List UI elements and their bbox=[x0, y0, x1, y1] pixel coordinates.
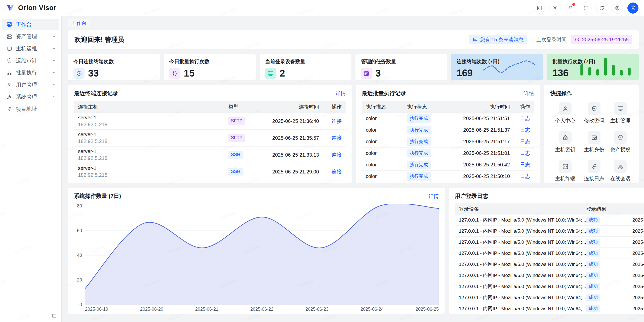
connect-link[interactable]: 连接 bbox=[332, 169, 342, 174]
chevron-down-icon bbox=[52, 58, 56, 63]
login-device: 127.0.0.1 - 内网IP - Mozilla/5.0 (Windows … bbox=[459, 283, 586, 290]
batch-records-panel: 最近批量执行记录 详情 执行描述 执行状态 执行时间 操作 color 执行完成… bbox=[356, 85, 540, 183]
collapse-sidebar-icon[interactable] bbox=[52, 313, 57, 318]
unread-messages-chip[interactable]: 您有 15 条未读消息 bbox=[469, 35, 527, 44]
login-time: 2025-03-21 23:53:43 bbox=[616, 306, 644, 311]
col-device: 登录设备 bbox=[459, 206, 586, 212]
notifications-bell-icon[interactable] bbox=[565, 3, 576, 14]
table-row: color 执行完成 2025-06-25 21:51:51 日志 bbox=[362, 113, 534, 124]
log-link[interactable]: 日志 bbox=[520, 162, 530, 167]
chevron-down-icon bbox=[52, 70, 56, 75]
x-tick: 2025-06-22 bbox=[250, 307, 273, 312]
quick-action-label: 个人中心 bbox=[555, 117, 575, 124]
theme-brightness-icon[interactable] bbox=[549, 3, 560, 14]
user-icon bbox=[7, 82, 12, 88]
table-row: server-1182.92.5.218 SFTP 2025-06-25 21:… bbox=[74, 130, 346, 147]
batch-sparkbars bbox=[578, 56, 633, 77]
login-device: 127.0.0.1 - 内网IP - Mozilla/5.0 (Windows … bbox=[459, 272, 586, 279]
header-actions: 管 bbox=[534, 3, 638, 14]
code-square-icon[interactable] bbox=[534, 3, 545, 14]
fullscreen-icon[interactable] bbox=[581, 3, 592, 14]
table-row: color 执行完成 2025-06-25 21:51:01 日志 bbox=[362, 148, 534, 159]
sidebar-item-project-link[interactable]: 项目地址 bbox=[2, 103, 59, 115]
audit-shield-icon bbox=[7, 58, 12, 64]
type-badge: SFTP bbox=[228, 134, 245, 141]
link-icon bbox=[588, 160, 600, 173]
sidebar-item-user-mgmt[interactable]: 用户管理 bbox=[2, 79, 59, 91]
col-status: 执行状态 bbox=[407, 103, 447, 110]
last-login-time-chip: 2025-06-25 19:26:55 bbox=[571, 35, 632, 44]
sidebar-item-label: 项目地址 bbox=[16, 105, 56, 113]
login-device: 127.0.0.1 - 内网IP - Mozilla/5.0 (Windows … bbox=[459, 294, 586, 301]
table-row: 127.0.0.1 - 内网IP - Mozilla/5.0 (Windows … bbox=[455, 270, 644, 281]
quick-action-host-identity[interactable]: 主机身份 bbox=[584, 131, 604, 153]
quick-action-label: 主机终端 bbox=[555, 175, 575, 182]
settings-gear-icon[interactable] bbox=[612, 3, 623, 14]
x-tick: 2025-06-20 bbox=[140, 307, 163, 312]
log-link[interactable]: 日志 bbox=[520, 173, 530, 179]
sidebar-item-workbench[interactable]: 工作台 bbox=[2, 19, 59, 30]
refresh-icon[interactable] bbox=[596, 3, 607, 14]
batch-table: 执行描述 执行状态 执行时间 操作 color 执行完成 2025-06-25 … bbox=[362, 101, 534, 182]
quick-action-connect-log[interactable]: 连接日志 bbox=[584, 160, 604, 182]
type-badge: SFTP bbox=[228, 117, 245, 125]
connect-link[interactable]: 连接 bbox=[332, 118, 342, 124]
host-name: server-1 bbox=[78, 165, 228, 172]
exec-desc: color bbox=[366, 139, 407, 145]
log-link[interactable]: 日志 bbox=[520, 150, 530, 156]
exec-desc: color bbox=[366, 173, 407, 179]
connect-link[interactable]: 连接 bbox=[332, 135, 342, 141]
table-row: server-1182.92.5.218 SFTP 2025-06-25 21:… bbox=[74, 113, 346, 130]
id-card-icon bbox=[588, 131, 600, 144]
wrench-icon bbox=[7, 94, 12, 100]
sidebar-item-assets[interactable]: 资产管理 bbox=[2, 31, 59, 42]
host-name: server-1 bbox=[78, 148, 228, 155]
sidebar-item-batch-exec[interactable]: 批量执行 bbox=[2, 67, 59, 79]
log-link[interactable]: 日志 bbox=[520, 116, 530, 121]
terminal-table: 连接主机 类型 连接时间 操作 server-1182.92.5.218 SFT… bbox=[74, 101, 346, 180]
terminal-detail-link[interactable]: 详情 bbox=[336, 90, 346, 97]
orion-visor-logo-icon bbox=[6, 3, 15, 13]
log-link[interactable]: 日志 bbox=[520, 139, 530, 144]
avatar[interactable]: 管 bbox=[627, 3, 638, 14]
ops-chart-panel: 系统操作数量 (7日) 详情 020406080 2025-06-19 2025… bbox=[68, 188, 445, 314]
quick-action-asset-auth[interactable]: 资产授权 bbox=[610, 131, 630, 153]
quick-action-host-keys[interactable]: 主机密钥 bbox=[555, 131, 575, 153]
login-time: 2025-06-25 19:26:55 bbox=[616, 217, 644, 223]
quick-action-label: 主机密钥 bbox=[555, 146, 575, 153]
panel-title: 系统操作数量 (7日) bbox=[74, 192, 121, 200]
sidebar-item-label: 用户管理 bbox=[16, 81, 52, 88]
top-header: Orion Visor 管 bbox=[0, 0, 644, 16]
sidebar-item-host-ops[interactable]: 主机运维 bbox=[2, 43, 59, 54]
table-row: 127.0.0.1 - 内网IP - Mozilla/5.0 (Windows … bbox=[455, 237, 644, 248]
login-logs-panel: 用户登录日志 详情 登录设备 登录结果 登录时间 127.0.0.1 - 内网I… bbox=[449, 188, 644, 314]
x-tick: 2025-06-24 bbox=[360, 307, 384, 312]
breadcrumb[interactable]: 工作台 bbox=[68, 19, 90, 27]
table-row: server-1182.92.5.218 SSH 2025-06-25 21:3… bbox=[74, 147, 346, 163]
table-header: 执行描述 执行状态 执行时间 操作 bbox=[362, 101, 534, 113]
connect-link[interactable]: 连接 bbox=[332, 152, 342, 158]
status-badge: 执行完成 bbox=[407, 161, 431, 169]
quick-action-online-sessions[interactable]: 在线会话 bbox=[610, 160, 630, 182]
login-device: 127.0.0.1 - 内网IP - Mozilla/5.0 (Windows … bbox=[459, 261, 586, 268]
quick-action-change-password[interactable]: 修改密码 bbox=[584, 102, 604, 124]
batch-detail-link[interactable]: 详情 bbox=[524, 90, 534, 97]
quick-action-host-mgmt[interactable]: 主机管理 bbox=[610, 102, 630, 124]
unread-messages-text: 您有 15 条未读消息 bbox=[480, 36, 524, 43]
chevron-down-icon bbox=[52, 95, 56, 99]
log-link[interactable]: 日志 bbox=[520, 127, 530, 133]
table-header: 登录设备 登录结果 登录时间 bbox=[455, 203, 644, 214]
result-badge: 成功 bbox=[586, 283, 600, 290]
quick-action-label: 主机身份 bbox=[584, 146, 604, 153]
sidebar-item-audit[interactable]: 运维审计 bbox=[2, 55, 59, 66]
login-time: 2025-04-03 01:36:58 bbox=[616, 262, 644, 267]
quick-action-host-terminal[interactable]: 主机终端 bbox=[555, 160, 575, 182]
batch-cluster-icon bbox=[7, 70, 12, 76]
sidebar-item-system-mgmt[interactable]: 系统管理 bbox=[2, 91, 59, 103]
task-calendar-icon bbox=[361, 68, 372, 79]
col-host: 连接主机 bbox=[78, 103, 228, 110]
quick-action-label: 资产授权 bbox=[610, 146, 630, 153]
col-time: 连接时间 bbox=[256, 103, 319, 110]
quick-action-personal-center[interactable]: 个人中心 bbox=[555, 102, 575, 124]
ops-chart-detail-link[interactable]: 详情 bbox=[429, 193, 439, 200]
